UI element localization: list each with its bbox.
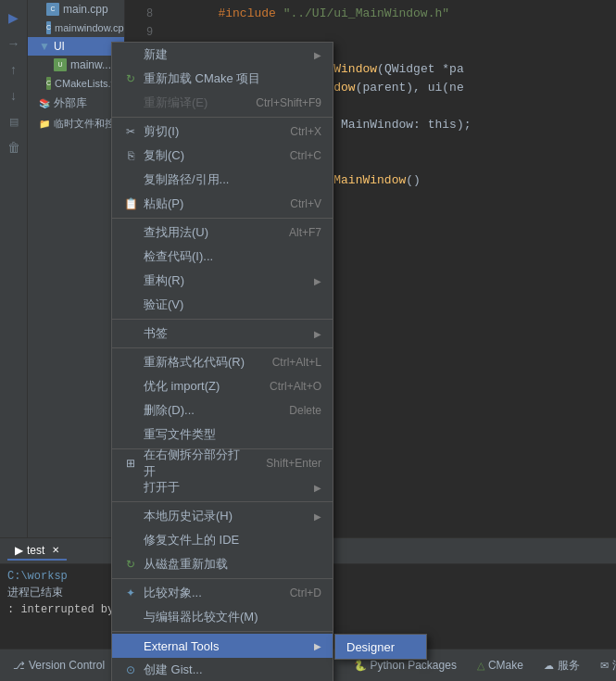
shortcut-label: Ctrl+Alt+O xyxy=(270,380,321,393)
menu-item-external-tools[interactable]: External Tools ▶ Designer xyxy=(112,634,333,658)
menu-label: 重写文件类型 xyxy=(144,426,216,443)
shortcut-label: Delete xyxy=(289,404,321,417)
cpp-icon: C xyxy=(46,21,51,34)
menu-label: 新建 xyxy=(144,46,168,63)
print-icon[interactable]: ▤ xyxy=(4,111,24,132)
menu-label: 比较对象... xyxy=(144,585,202,601)
menu-label: 重新格式化代码(R) xyxy=(144,354,245,371)
split-icon: ⊞ xyxy=(123,457,138,470)
separator xyxy=(112,501,333,502)
menu-item-local-history[interactable]: 本地历史记录(H) ▶ xyxy=(112,504,333,528)
cpp-icon: C xyxy=(46,3,59,16)
messages-icon: ✉ xyxy=(600,660,609,672)
file-item-mainwindow-cpp[interactable]: C mainwindow.cpp xyxy=(28,19,124,37)
menu-item-validate[interactable]: 验证(V) xyxy=(112,293,333,317)
down-icon[interactable]: ↓ xyxy=(4,85,24,106)
file-label: main.cpp xyxy=(63,3,108,16)
menu-item-inspect-code[interactable]: 检查代码(I)... xyxy=(112,245,333,269)
code-line-8: 8 #include "../UI/ui_MainWindow.h" xyxy=(125,4,616,22)
separator xyxy=(112,218,333,219)
folder-item-ui[interactable]: ▼ UI xyxy=(28,37,124,56)
folder-item-external-lib[interactable]: 📚 外部库 xyxy=(28,93,124,114)
submenu-arrow-icon: ▶ xyxy=(314,276,321,286)
menu-item-reload-cmake[interactable]: ↻ 重新加载 CMake 项目 xyxy=(112,67,333,91)
file-label: mainw... xyxy=(70,58,111,71)
separator xyxy=(112,319,333,320)
terminal-icon: ▶ xyxy=(15,544,23,557)
external-tools-submenu[interactable]: Designer xyxy=(334,634,427,660)
tab-services[interactable]: ☁ 服务 xyxy=(534,652,589,678)
menu-item-repair-ide[interactable]: 修复文件上的 IDE xyxy=(112,528,333,552)
reload-disk-icon: ↻ xyxy=(123,558,138,571)
tab-version-control[interactable]: ⎇ Version Control xyxy=(4,652,114,678)
menu-item-new[interactable]: 新建 ▶ xyxy=(112,43,333,67)
copy-icon: ⎘ xyxy=(123,149,138,162)
menu-item-reload-disk[interactable]: ↻ 从磁盘重新加载 xyxy=(112,552,333,576)
line-number: 8 xyxy=(132,6,160,19)
cut-icon: ✂ xyxy=(123,125,138,138)
menu-item-compare[interactable]: ✦ 比较对象... Ctrl+D xyxy=(112,581,333,605)
tab-cmake[interactable]: △ CMake xyxy=(468,652,533,678)
shortcut-label: Ctrl+X xyxy=(290,125,321,138)
paste-icon: 📋 xyxy=(123,197,138,210)
menu-label: 复制路径/引用... xyxy=(144,171,229,188)
menu-item-refactor[interactable]: 重构(R) ▶ xyxy=(112,269,333,293)
shortcut-label: Ctrl+Shift+F9 xyxy=(256,96,321,109)
terminal-tab-test[interactable]: ▶ test ✕ xyxy=(7,542,67,561)
ui-icon: U xyxy=(54,58,67,71)
menu-label: 创建 Gist... xyxy=(144,662,203,678)
menu-label: 重新加载 CMake 项目 xyxy=(144,70,260,87)
run-icon[interactable]: ▶ xyxy=(4,7,24,28)
version-control-icon: ⎇ xyxy=(13,660,25,672)
menu-item-copy[interactable]: ⎘ 复制(C) Ctrl+C xyxy=(112,144,333,168)
menu-label: 本地历史记录(H) xyxy=(144,508,233,524)
close-tab-icon[interactable]: ✕ xyxy=(52,545,59,555)
menu-item-reformat[interactable]: 重新格式化代码(R) Ctrl+Alt+L xyxy=(112,350,333,374)
menu-label: 打开于 xyxy=(144,479,180,496)
arrow-icon[interactable]: → xyxy=(4,33,24,54)
cmake-tab-icon: △ xyxy=(477,660,484,672)
file-item-mainw-ui[interactable]: U mainw... xyxy=(28,56,124,74)
external-lib-icon: 📚 xyxy=(39,98,50,108)
menu-item-delete[interactable]: 删除(D)... Delete xyxy=(112,398,333,422)
up-icon[interactable]: ↑ xyxy=(4,59,24,80)
menu-item-bookmarks[interactable]: 书签 ▶ xyxy=(112,322,333,346)
menu-item-override-filetype[interactable]: 重写文件类型 xyxy=(112,422,333,447)
menu-item-paste[interactable]: 📋 粘贴(P) Ctrl+V xyxy=(112,192,333,216)
context-menu[interactable]: 新建 ▶ ↻ 重新加载 CMake 项目 重新编译(E) Ctrl+Shift+… xyxy=(111,42,333,681)
shortcut-label: Ctrl+D xyxy=(290,586,321,599)
menu-label: 复制(C) xyxy=(144,147,184,164)
tab-label: 服务 xyxy=(558,658,580,674)
menu-item-open-in[interactable]: 打开于 ▶ xyxy=(112,475,333,499)
submenu-arrow-icon: ▶ xyxy=(314,641,321,651)
delete-icon[interactable]: 🗑 xyxy=(4,137,24,158)
menu-item-split-right[interactable]: ⊞ 在右侧拆分部分打开 Shift+Enter xyxy=(112,451,333,475)
gist-icon: ⊙ xyxy=(123,663,138,676)
shortcut-label: Ctrl+C xyxy=(290,149,321,162)
submenu-arrow-icon: ▶ xyxy=(314,329,321,339)
menu-item-cut[interactable]: ✂ 剪切(I) Ctrl+X xyxy=(112,120,333,144)
temp-icon: 📁 xyxy=(39,119,50,129)
menu-item-copy-path[interactable]: 复制路径/引用... xyxy=(112,168,333,192)
menu-label: 查找用法(U) xyxy=(144,224,208,241)
menu-item-optimize-import[interactable]: 优化 import(Z) Ctrl+Alt+O xyxy=(112,374,333,398)
tab-label: CMake xyxy=(488,659,523,672)
menu-label: 重构(R) xyxy=(144,272,184,289)
menu-item-compare-editor[interactable]: 与编辑器比较文件(M) xyxy=(112,605,333,629)
menu-item-create-gist[interactable]: ⊙ 创建 Gist... xyxy=(112,658,333,681)
folder-label: 外部库 xyxy=(54,95,87,111)
submenu-item-designer[interactable]: Designer xyxy=(335,635,426,659)
menu-label: 优化 import(Z) xyxy=(144,378,220,395)
menu-label: 删除(D)... xyxy=(144,402,195,419)
separator xyxy=(112,631,333,632)
menu-label: External Tools xyxy=(144,639,219,653)
tab-messages[interactable]: ✉ 消息 xyxy=(591,652,616,678)
code-text: #include "../UI/ui_MainWindow.h" xyxy=(160,0,449,34)
folder-item-temp[interactable]: 📁 临时文件和控制台 xyxy=(28,114,124,133)
folder-open-icon: ▼ xyxy=(39,40,50,53)
menu-item-find-usage[interactable]: 查找用法(U) Alt+F7 xyxy=(112,221,333,245)
file-item-cmakelists[interactable]: C CMakeLists.ts... xyxy=(28,74,124,93)
file-item-main-cpp[interactable]: C main.cpp xyxy=(28,0,124,19)
separator xyxy=(112,347,333,348)
menu-label: 修复文件上的 IDE xyxy=(144,532,239,549)
